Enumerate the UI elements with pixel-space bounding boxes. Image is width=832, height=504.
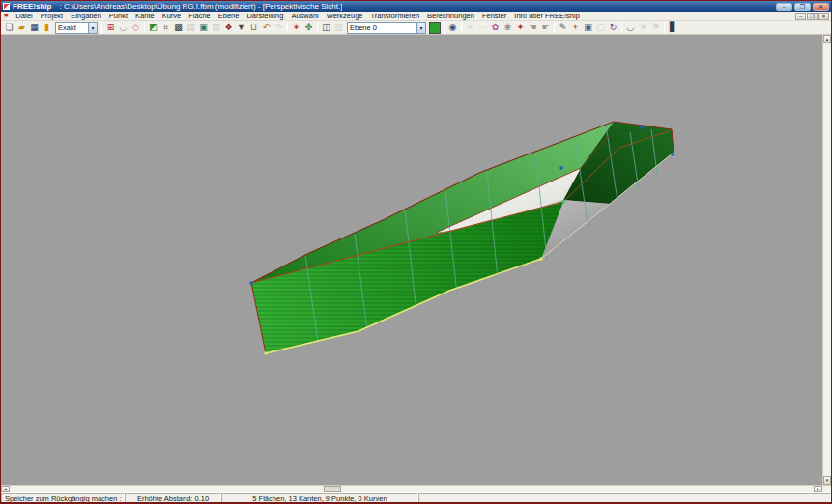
flag-tool-icon[interactable]: ⚑ [649, 21, 662, 34]
redo-icon[interactable]: ↷ [273, 21, 285, 34]
scrollbar-corner [822, 486, 831, 492]
layer-combo-value: Ebene 0 [348, 23, 416, 32]
menu-item-info-ber-free-ship[interactable]: Info über FREE!ship [510, 12, 584, 21]
menu-item-darstellung[interactable]: Darstellung [243, 12, 287, 21]
control-point[interactable] [562, 201, 565, 204]
lock-points-icon[interactable]: ✦ [514, 21, 527, 34]
rotate-view-icon[interactable]: ↻ [607, 21, 619, 34]
app-icon [3, 3, 10, 10]
interior-edges-icon[interactable]: ⊞ [104, 21, 117, 34]
intersect-layers-icon[interactable]: ✎ [557, 21, 569, 34]
hydrostatics-icon[interactable]: ❖ [222, 21, 235, 34]
both-sides-view-icon[interactable]: ◫ [320, 21, 332, 34]
control-point[interactable] [672, 154, 674, 156]
status-filler [418, 493, 831, 503]
underwater-view-icon[interactable]: ⊔ [247, 21, 260, 34]
chevron-down-icon[interactable]: ▾ [88, 23, 97, 33]
menu-item-eingaben[interactable]: Eingaben [67, 12, 105, 21]
control-point[interactable] [540, 258, 543, 261]
buttocks-view-icon[interactable]: ▤ [185, 21, 197, 34]
scroll-down-icon[interactable]: ▾ [823, 476, 831, 485]
keel-wizard-icon[interactable]: ✶ [637, 21, 649, 34]
stations-view-icon[interactable]: ▩ [172, 21, 185, 34]
save-file-icon[interactable]: ▦ [28, 21, 41, 34]
menu-item-kurve[interactable]: Kurve [158, 12, 186, 21]
layer-color-swatch[interactable] [429, 22, 441, 34]
menu-item-kante[interactable]: Kante [131, 12, 158, 21]
layer-properties-icon[interactable]: ◉ [446, 21, 459, 34]
menu-item-fl-che[interactable]: Fläche [185, 12, 215, 21]
status-model-counts: 5 Flächen, 13 Kanten, 9 Punkte, 0 Kurven [221, 493, 418, 504]
toolbar-separator [144, 22, 145, 34]
precision-combo-value: Exakt [56, 23, 88, 32]
toolbar-separator [461, 22, 462, 34]
freeship-window: FREE!ship: C:\Users\Andreas\Desktop\Übun… [0, 0, 832, 504]
window-title: : C:\Users\Andreas\Desktop\Übung RG.I.fb… [59, 2, 342, 11]
unlock-points-icon[interactable]: ☚ [527, 21, 539, 34]
menu-bar-items: DateiProjektEingabenPunktKanteKurveFläch… [12, 12, 584, 21]
menu-item-transformieren[interactable]: Transformieren [367, 12, 424, 21]
menu-item-ebene[interactable]: Ebene [215, 12, 244, 21]
app-name: FREE!ship [13, 2, 51, 11]
scroll-up-icon[interactable]: ▴ [823, 35, 831, 43]
control-point[interactable] [560, 167, 563, 170]
control-point[interactable] [265, 352, 268, 355]
vertical-scrollbar[interactable]: ▴ ▾ [822, 35, 831, 485]
insert-plane-icon[interactable]: + [569, 21, 582, 34]
open-file-icon[interactable]: ▰ [15, 21, 28, 34]
wireframe-view-icon[interactable]: ✶ [290, 21, 302, 34]
menu-item-werkzeuge[interactable]: Werkzeuge [323, 12, 367, 21]
scroll-right-icon[interactable]: ▸ [814, 486, 822, 492]
horizontal-scrollbar[interactable]: ◂ ▸ [1, 485, 831, 492]
flowlines-icon[interactable]: ▼ [235, 21, 247, 34]
add-point-icon[interactable]: + [464, 21, 476, 34]
background-blend-icon[interactable]: ▢ [594, 21, 607, 34]
export-file-icon[interactable]: ▮ [41, 21, 53, 34]
shade-view-icon[interactable]: ◩ [147, 21, 159, 34]
chevron-down-icon[interactable]: ▾ [416, 23, 425, 33]
new-face-icon[interactable]: ✿ [489, 21, 502, 34]
menu-item-punkt[interactable]: Punkt [105, 12, 131, 21]
status-bar: Speicher zum Rückgängig machen : 126 Kb.… [1, 492, 831, 503]
layer-combo[interactable]: Ebene 0▾ [347, 22, 426, 34]
menu-item-auswahl[interactable]: Auswahl [287, 12, 322, 21]
waterlines-view-icon[interactable]: ▣ [197, 21, 210, 34]
title-bar: FREE!ship: C:\Users\Andreas\Desktop\Übun… [1, 1, 831, 12]
toolbar-separator [621, 22, 622, 34]
control-point[interactable] [641, 126, 644, 129]
status-raise-distance: Erhöhte Abstand: 0.10 [125, 493, 221, 504]
background-image-icon[interactable]: ▣ [582, 21, 594, 34]
menu-item-datei[interactable]: Datei [12, 12, 37, 21]
perspective-viewport[interactable]: ▴ ▾ [1, 35, 831, 485]
mdi-minimize-button[interactable]: – [795, 13, 806, 20]
mdi-close-button[interactable]: ✕ [818, 13, 829, 20]
control-point[interactable] [250, 282, 253, 285]
toolbar-separator [444, 22, 445, 34]
add-edge-icon[interactable]: ⋯ [476, 21, 489, 34]
minimize-button[interactable]: – [776, 3, 792, 11]
close-tool-icon[interactable]: ▊ [667, 21, 679, 34]
control-net-icon[interactable]: ⌗ [159, 21, 172, 34]
curvature-icon[interactable]: ◡ [117, 21, 129, 34]
hscroll-thumb[interactable] [324, 486, 341, 492]
unlock-all-points-icon[interactable]: ☛ [539, 21, 552, 34]
menu-item-projekt[interactable]: Projekt [37, 12, 67, 21]
menu-item-fenster[interactable]: Fenster [478, 12, 510, 21]
undo-icon[interactable]: ↶ [260, 21, 273, 34]
diagonals-view-icon[interactable]: ▨ [210, 21, 222, 34]
precision-combo[interactable]: Exakt▾ [55, 22, 98, 34]
new-file-icon[interactable]: ❏ [3, 21, 15, 34]
menu-item-berechnungen[interactable]: Berechnungen [423, 12, 478, 21]
curve-tool-icon[interactable]: ◡ [624, 21, 637, 34]
developability-icon[interactable]: ◇ [129, 21, 142, 34]
close-button[interactable]: ✕ [813, 3, 829, 11]
mdi-restore-button[interactable]: ❐ [807, 13, 818, 20]
restore-button[interactable]: ❐ [794, 3, 811, 11]
paint-face-icon[interactable]: ❀ [502, 21, 514, 34]
toolbar-separator [287, 22, 288, 34]
scroll-left-icon[interactable]: ◂ [1, 486, 10, 492]
toolbar-separator [664, 22, 665, 34]
grid-view-icon[interactable]: ▥ [332, 21, 345, 34]
status-undo-memory: Speicher zum Rückgängig machen : 126 Kb. [1, 493, 125, 504]
normals-view-icon[interactable]: ✤ [302, 21, 315, 34]
